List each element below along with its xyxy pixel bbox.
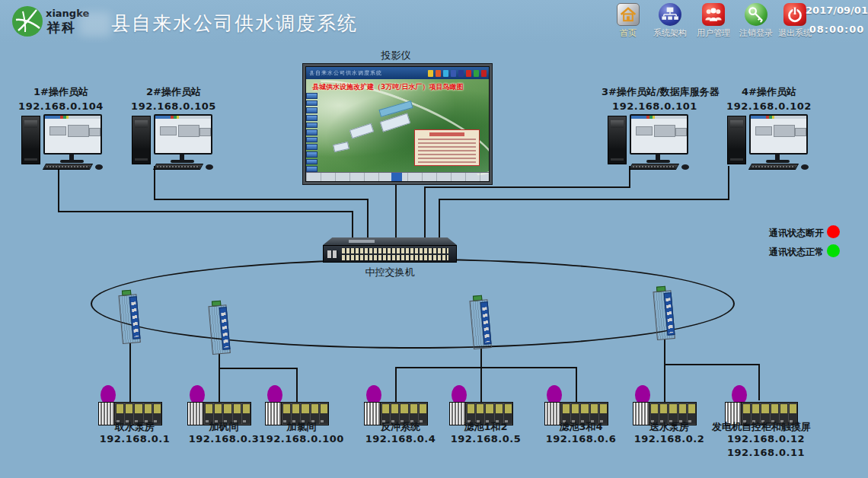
wire — [58, 211, 353, 212]
wire — [395, 184, 397, 240]
workstation-ip: 192.168.0.105 — [120, 100, 227, 112]
nav-home-button[interactable]: 首页 — [607, 3, 649, 39]
computer-icon — [608, 114, 688, 170]
nav-architecture-button[interactable]: 系统架构 — [649, 3, 691, 39]
computer-icon — [21, 114, 102, 170]
plc-station-chlorination: 加氯间 192.168.0.100 — [244, 383, 350, 467]
switch-ports — [342, 248, 448, 260]
wire — [395, 367, 577, 368]
topology-icon[interactable] — [659, 3, 681, 26]
plc-station-filter-1-2: 滤池1和2 192.168.0.5 — [428, 383, 535, 467]
plc-station-generator: 发电机自控柜和触摸屏 192.168.0.12 192.168.0.11 — [708, 383, 815, 467]
wire — [154, 199, 369, 200]
key-icon[interactable] — [745, 3, 767, 26]
workstation-name: 2#操作员站 — [120, 85, 227, 99]
projector-toolbar-icons — [428, 70, 489, 77]
wire — [439, 199, 440, 240]
wire — [424, 186, 630, 188]
workstation-2: 2#操作员站 192.168.0.105 — [120, 84, 227, 174]
plc-name: 送水泵房 — [611, 420, 718, 434]
users-icon[interactable] — [702, 3, 725, 26]
wire — [352, 211, 353, 240]
nav-users-label: 用户管理 — [692, 27, 735, 39]
plc-station-delivery-pump: 送水泵房 192.168.0.2 — [611, 383, 718, 467]
wire — [367, 199, 369, 240]
wire — [439, 199, 729, 200]
map-building — [333, 142, 349, 152]
wire — [664, 364, 760, 365]
nav-home-label: 首页 — [607, 27, 649, 39]
projector-title-text: 县自来水公司供水调度系统 — [306, 69, 428, 77]
home-icon[interactable] — [617, 3, 640, 26]
workstation-3: 3#操作员站/数据库服务器 192.168.0.101 — [602, 84, 708, 174]
workstation-4: 4#操作员站 192.168.0.102 — [716, 84, 822, 174]
workstation-name: 1#操作员站 — [8, 85, 114, 99]
switch-uplink-ports — [327, 250, 338, 258]
plc-name: 滤池1和2 — [428, 420, 535, 434]
redacted-county-name — [79, 12, 111, 37]
logo-icon — [11, 5, 44, 38]
nav-users-button[interactable]: 用户管理 — [692, 3, 735, 39]
legend-disconnected-dot — [827, 225, 840, 238]
plc-ip: 192.168.0.100 — [244, 433, 350, 445]
wire — [219, 368, 298, 369]
datetime: 2017/09/01 08:00:00 — [806, 5, 868, 35]
projector-scada-view: 县自来水公司供水调度系统 县城供水设施改扩建（3万吨/日水厂）项目鸟瞰图 — [306, 67, 489, 181]
logo-text-cn: 祥科 — [47, 19, 76, 37]
projector-aerial-map: 县城供水设施改扩建（3万吨/日水厂）项目鸟瞰图 — [306, 79, 489, 172]
central-switch — [323, 237, 457, 266]
workstation-ip: 192.168.0.104 — [8, 100, 114, 112]
workstation-ip: 192.168.0.101 — [602, 100, 708, 112]
plc-ip: 192.168.0.2 — [611, 433, 718, 445]
projector-statusbar — [306, 172, 489, 181]
workstation-ip: 192.168.0.102 — [716, 100, 822, 112]
legend-normal-dot — [827, 244, 840, 257]
plc-ip: 192.168.0.5 — [428, 433, 535, 445]
projector-screen: 县自来水公司供水调度系统 县城供水设施改扩建（3万吨/日水厂）项目鸟瞰图 — [303, 64, 492, 184]
projector-banner: 县城供水设施改扩建（3万吨/日水厂）项目鸟瞰图 — [312, 82, 487, 92]
workstation-name: 4#操作员站 — [716, 85, 822, 99]
wire — [424, 186, 426, 240]
computer-icon — [132, 114, 212, 170]
date-display: 2017/09/01 — [806, 5, 868, 16]
projector-menu-buttons — [306, 91, 318, 172]
projector-titlebar: 县自来水公司供水调度系统 — [306, 67, 489, 79]
nav-logout-label: 注销登录 — [735, 27, 777, 39]
projector-info-box — [414, 129, 480, 166]
workstation-name: 3#操作员站/数据库服务器 — [602, 85, 708, 99]
plc-ip: 192.168.0.12 — [708, 433, 815, 445]
nav-architecture-label: 系统架构 — [649, 27, 691, 39]
plc-ip-2: 192.168.0.11 — [708, 447, 815, 458]
workstation-1: 1#操作员站 192.168.0.104 — [8, 84, 114, 174]
plc-name: 加氯间 — [244, 420, 350, 434]
legend-normal-label: 通讯状态正常 — [755, 246, 824, 259]
legend-disconnected-label: 通讯状态断开 — [755, 227, 824, 240]
power-icon[interactable] — [783, 3, 806, 26]
nav-logout-button[interactable]: 注销登录 — [735, 3, 777, 39]
plc-name: 发电机自控柜和触摸屏 — [708, 420, 815, 434]
central-switch-label: 中控交换机 — [337, 266, 443, 279]
projector-status-notch — [391, 173, 402, 181]
page-title: 县自来水公司供水调度系统 — [111, 11, 358, 36]
projector-label: 投影仪 — [350, 49, 442, 62]
time-display: 08:00:00 — [806, 24, 868, 35]
computer-icon — [727, 114, 808, 170]
